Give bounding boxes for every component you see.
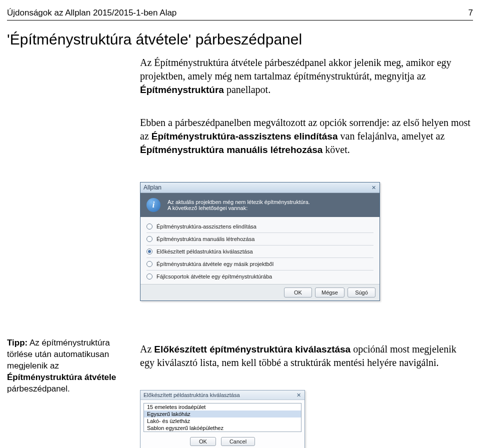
list-item[interactable]: Egyszerű lakóház [144, 410, 301, 418]
dialog2-title: Előkészített példastruktúra kiválasztása [144, 392, 240, 398]
radio-option[interactable]: Fájlcsoportok átvétele egy építménystruk… [146, 272, 374, 281]
dialog2-button-bar: OK Cancel [140, 435, 304, 448]
close-icon[interactable]: ✕ [370, 184, 376, 190]
para1-bold: Építménystruktúra [140, 84, 224, 95]
radio-option[interactable]: Építménystruktúra-asszisztens elindítása [146, 222, 374, 231]
info-icon: i [146, 198, 160, 212]
dialog-titlebar[interactable]: Allplan ✕ [140, 182, 380, 193]
radio-option[interactable]: Építménystruktúra átvétele egy másik pro… [146, 260, 374, 268]
paragraph-2: Ebben a párbeszédpanelben megváltozott a… [140, 116, 473, 156]
allplan-dialog: Allplan ✕ i Az aktuális projektben még n… [140, 182, 380, 301]
cancel-button[interactable]: Cancel [221, 437, 255, 446]
page-title: 'Építménystruktúra átvétele' párbeszédpa… [7, 31, 302, 48]
list-item[interactable]: 15 emeletes irodaépület [144, 404, 301, 410]
para3-a: Az [140, 344, 154, 354]
para1-suffix: panellapot. [224, 84, 270, 95]
dialog-info-banner: i Az aktuális projektben még nem létezik… [140, 193, 380, 217]
template-select-dialog: Előkészített példastruktúra kiválasztása… [140, 390, 305, 448]
option-label: Építménystruktúra manuális létrehozása [156, 236, 254, 242]
radio-icon[interactable] [146, 224, 152, 230]
separator [146, 270, 374, 270]
radio-icon[interactable] [146, 261, 152, 267]
option-label: Építménystruktúra-asszisztens elindítása [156, 224, 256, 230]
para1-text: Az Építménystruktúra átvétele párbeszédp… [140, 57, 452, 82]
para2-c: van felajánlva, amelyet az [338, 130, 445, 142]
tip-text-b: párbeszédpanel. [7, 384, 70, 394]
header-left: Újdonságok az Allplan 2015/2015-1-ben Al… [7, 8, 176, 18]
paragraph-1: Az Építménystruktúra átvétele párbeszédp… [140, 56, 473, 96]
para2-d: követ. [322, 144, 350, 155]
option-label: Előkészített példastruktúra kiválasztása [156, 248, 253, 254]
dialog2-titlebar[interactable]: Előkészített példastruktúra kiválasztása… [140, 390, 304, 400]
radio-icon[interactable] [146, 236, 152, 242]
info-line2: A következő lehetőségei vannak: [168, 205, 310, 211]
page-header: Újdonságok az Allplan 2015/2015-1-ben Al… [7, 8, 473, 20]
tip-sidebar: Tipp: Az építménystruktúra törlése után … [7, 338, 132, 395]
list-item[interactable]: Lakó- és üzletház [144, 418, 301, 424]
separator [146, 245, 374, 246]
dialog-button-bar: OK Mégse Súgó [140, 284, 380, 300]
dialog-options: Építménystruktúra-asszisztens elindítása… [140, 217, 380, 284]
paragraph-3: Az Előkészített építménystruktúra kivála… [140, 342, 473, 370]
info-line1: Az aktuális projektben még nem létezik é… [168, 199, 310, 205]
page-number: 7 [468, 8, 473, 18]
list-item[interactable]: Sablon egyszerű lakóépülethez [144, 424, 301, 432]
radio-icon[interactable] [146, 248, 152, 254]
dialog-info-text: Az aktuális projektben még nem létezik é… [168, 199, 310, 211]
option-label: Építménystruktúra átvétele egy másik pro… [156, 261, 274, 267]
close-icon[interactable]: ✕ [296, 392, 302, 398]
cancel-button[interactable]: Mégse [315, 288, 344, 298]
tip-label: Tipp: [7, 338, 28, 348]
para2-b2: Építménystruktúra manuális létrehozása [140, 144, 322, 155]
help-button[interactable]: Súgó [348, 288, 376, 298]
option-label: Fájlcsoportok átvétele egy építménystruk… [156, 274, 272, 280]
para2-b1: Építménystruktúra-asszisztens elindítása [152, 131, 338, 142]
radio-option[interactable]: Építménystruktúra manuális létrehozása [146, 234, 374, 244]
separator [146, 232, 374, 233]
radio-icon[interactable] [146, 274, 152, 280]
radio-option[interactable]: Előkészített példastruktúra kiválasztása [146, 247, 374, 256]
separator [146, 258, 374, 258]
template-listbox[interactable]: 15 emeletes irodaépület Egyszerű lakóház… [144, 403, 302, 432]
para3-bold: Előkészített építménystruktúra kiválaszt… [154, 344, 350, 354]
dialog-title: Allplan [144, 184, 162, 191]
ok-button[interactable]: OK [190, 437, 216, 446]
tip-bold: Építménystruktúra átvétele [7, 372, 116, 382]
ok-button[interactable]: OK [284, 288, 312, 298]
